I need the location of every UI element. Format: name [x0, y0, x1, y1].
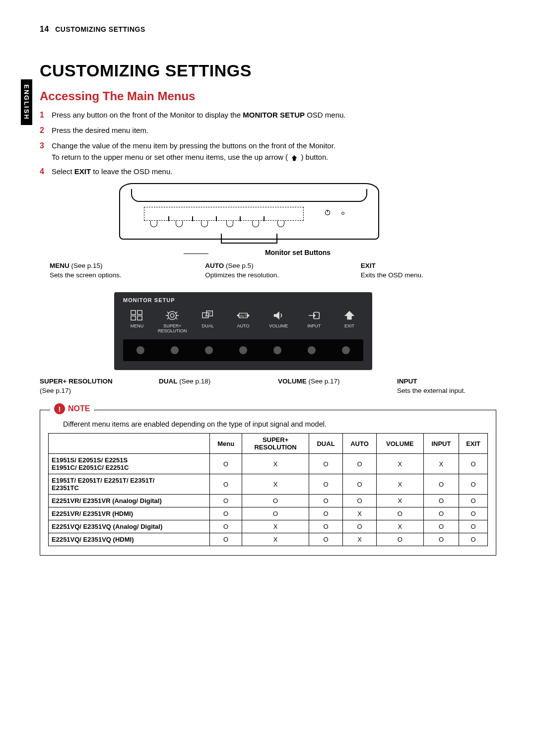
osd-button[interactable]: [342, 346, 350, 354]
value-cell: O: [309, 495, 343, 507]
value-cell: X: [242, 533, 309, 546]
value-cell: O: [210, 495, 242, 507]
svg-text:2: 2: [209, 312, 211, 315]
value-cell: X: [242, 454, 309, 474]
callout: AUTO (See p.5)Optimizes the resolution.: [205, 261, 340, 280]
svg-text:1: 1: [204, 314, 206, 317]
figure-caption: Monitor set Buttons: [213, 249, 382, 256]
osd-panel: MONITOR SETUP MENUSUPER+RESOLUTION12DUAL…: [114, 292, 382, 371]
osd-item[interactable]: 12DUAL: [196, 309, 220, 329]
value-cell: O: [309, 474, 343, 495]
osd-button[interactable]: [171, 346, 179, 354]
step-item: 2Press the desired menu item.: [40, 125, 496, 137]
osd-buttons-row: [123, 339, 363, 361]
note-box: ! NOTE Different menu items are enabled …: [40, 410, 496, 556]
table-row: E1951T/ E2051T/ E2251T/ E2351T/E2351TCOX…: [49, 474, 488, 495]
value-cell: O: [342, 520, 376, 533]
callouts-bottom: SUPER+ RESOLUTION(See p.17)DUAL (See p.1…: [40, 377, 496, 396]
table-row: E2251VQ/ E2351VQ (Analog/ Digital)OXOOXO…: [49, 520, 488, 533]
osd-button[interactable]: [136, 346, 144, 354]
callout: MENU (See p.15)Sets the screen options.: [50, 261, 185, 280]
language-tab: ENGLISH: [21, 79, 32, 125]
osd-item[interactable]: EXIT: [337, 309, 361, 329]
model-cell: E2251VQ/ E2351VQ (Analog/ Digital): [49, 520, 210, 533]
osd-item[interactable]: INPUT: [302, 309, 326, 329]
note-header: ! NOTE: [50, 403, 94, 414]
table-header: EXIT: [459, 434, 488, 454]
value-cell: O: [423, 495, 459, 507]
osd-item[interactable]: VOLUME: [267, 309, 290, 329]
value-cell: X: [242, 520, 309, 533]
value-cell: O: [459, 507, 488, 520]
value-cell: X: [377, 454, 423, 474]
table-row: E1951S/ E2051S/ E2251SE1951C/ E2051C/ E2…: [49, 454, 488, 474]
value-cell: X: [377, 495, 423, 507]
osd-item[interactable]: AUTOAUTO: [231, 309, 255, 329]
value-cell: O: [459, 474, 488, 495]
value-cell: O: [210, 454, 242, 474]
callout: INPUTSets the external input.: [397, 377, 496, 396]
value-cell: O: [377, 533, 423, 546]
callouts-top: MENU (See p.15)Sets the screen options.A…: [50, 261, 496, 280]
osd-button[interactable]: [273, 346, 281, 354]
osd-title: MONITOR SETUP: [123, 297, 363, 303]
running-head: 14 CUSTOMIZING SETTINGS: [40, 25, 496, 34]
svg-rect-2: [131, 310, 135, 314]
page-title: CUSTOMIZING SETTINGS: [40, 61, 496, 80]
value-cell: O: [423, 474, 459, 495]
callout: SUPER+ RESOLUTION(See p.17): [40, 377, 139, 396]
section-heading: Accessing The Main Menus: [40, 89, 496, 103]
callout: DUAL (See p.18): [159, 377, 258, 396]
svg-rect-5: [137, 316, 142, 320]
page-number: 14: [40, 25, 49, 33]
value-cell: O: [342, 454, 376, 474]
svg-rect-4: [131, 316, 135, 320]
value-cell: X: [423, 454, 459, 474]
osd-item[interactable]: SUPER+RESOLUTION: [160, 309, 184, 334]
value-cell: O: [309, 454, 343, 474]
value-cell: O: [459, 495, 488, 507]
model-cell: E2251VR/ E2351VR (HDMI): [49, 507, 210, 520]
value-cell: O: [242, 495, 309, 507]
value-cell: X: [342, 533, 376, 546]
value-cell: O: [242, 507, 309, 520]
osd-button[interactable]: [205, 346, 213, 354]
svg-point-6: [168, 311, 177, 319]
led-icon: [341, 212, 344, 215]
value-cell: X: [377, 474, 423, 495]
note-label: NOTE: [68, 404, 90, 413]
svg-rect-3: [137, 310, 142, 314]
value-cell: O: [210, 520, 242, 533]
model-cell: E2251VR/ E2351VR (Analog/ Digital): [49, 495, 210, 507]
table-row: E2251VQ/ E2351VQ (HDMI)OXOXOOO: [49, 533, 488, 546]
osd-button[interactable]: [308, 346, 316, 354]
note-text: Different menu items are enabled dependi…: [63, 420, 488, 428]
steps-list: 1Press any button on the front of the Mo…: [40, 109, 496, 178]
value-cell: O: [423, 507, 459, 520]
model-cell: E2251VQ/ E2351VQ (HDMI): [49, 533, 210, 546]
monitor-figure: Monitor set Buttons: [114, 183, 382, 256]
value-cell: O: [342, 474, 376, 495]
running-head-text: CUSTOMIZING SETTINGS: [55, 25, 145, 33]
osd-items-row: MENUSUPER+RESOLUTION12DUALAUTOAUTOVOLUME…: [123, 307, 363, 335]
value-cell: O: [459, 533, 488, 546]
osd-item[interactable]: MENU: [125, 309, 149, 329]
step-item: 4Select EXIT to leave the OSD menu.: [40, 166, 496, 178]
osd-button[interactable]: [239, 346, 247, 354]
callout: VOLUME (See p.17): [278, 377, 377, 396]
monitor-outline: [119, 183, 379, 240]
model-cell: E1951S/ E2051S/ E2251SE1951C/ E2051C/ E2…: [49, 454, 210, 474]
callout: EXITExits the OSD menu.: [361, 261, 496, 280]
table-header: VOLUME: [377, 434, 423, 454]
step-item: 3Change the value of the menu item by pr…: [40, 140, 496, 163]
table-header: DUAL: [309, 434, 343, 454]
svg-point-7: [171, 314, 174, 317]
table-row: E2251VR/ E2351VR (HDMI)OOOXOOO: [49, 507, 488, 520]
table-header: Menu: [210, 434, 242, 454]
table-header: SUPER+RESOLUTION: [242, 434, 309, 454]
value-cell: O: [377, 507, 423, 520]
value-cell: O: [309, 533, 343, 546]
table-row: E2251VR/ E2351VR (Analog/ Digital)OOOOXO…: [49, 495, 488, 507]
value-cell: O: [210, 507, 242, 520]
value-cell: O: [423, 520, 459, 533]
